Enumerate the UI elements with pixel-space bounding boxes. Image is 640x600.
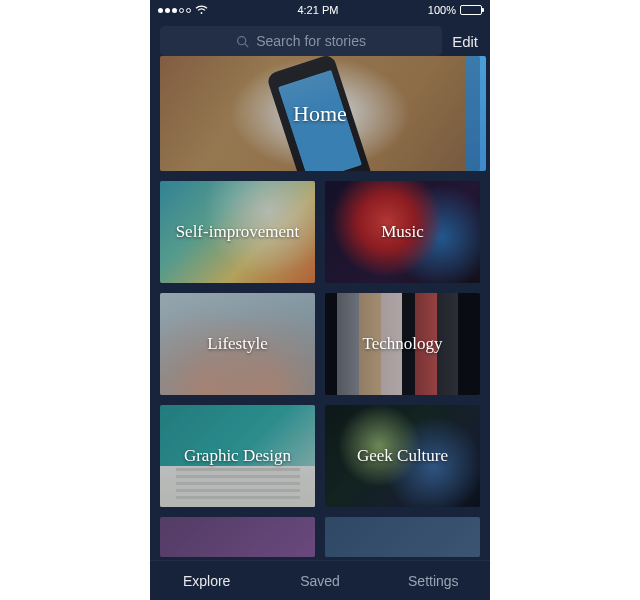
category-tile-partial[interactable] bbox=[325, 517, 480, 557]
tab-settings[interactable]: Settings bbox=[377, 561, 490, 600]
signal-icon bbox=[158, 8, 191, 13]
search-input[interactable]: Search for stories bbox=[160, 26, 442, 56]
svg-point-0 bbox=[238, 36, 246, 44]
battery-percent: 100% bbox=[428, 4, 456, 16]
category-tile-home[interactable]: Home bbox=[160, 56, 480, 171]
tile-label: Lifestyle bbox=[207, 334, 267, 354]
tab-saved[interactable]: Saved bbox=[263, 561, 376, 600]
category-tile-geek-culture[interactable]: Geek Culture bbox=[325, 405, 480, 507]
wifi-icon bbox=[195, 5, 208, 15]
edit-button[interactable]: Edit bbox=[452, 33, 480, 50]
category-tile-self-improvement[interactable]: Self-improvement bbox=[160, 181, 315, 283]
status-bar: 4:21 PM 100% bbox=[150, 0, 490, 20]
status-left bbox=[158, 5, 208, 15]
tile-label: Music bbox=[381, 222, 424, 242]
category-tile-lifestyle[interactable]: Lifestyle bbox=[160, 293, 315, 395]
category-tile-graphic-design[interactable]: Graphic Design bbox=[160, 405, 315, 507]
svg-line-1 bbox=[245, 43, 248, 46]
status-time: 4:21 PM bbox=[297, 4, 338, 16]
search-placeholder: Search for stories bbox=[256, 33, 366, 49]
category-grid[interactable]: Home Self-improvement Music Lifestyle bbox=[150, 56, 490, 560]
tile-label: Home bbox=[293, 101, 347, 127]
tile-label: Graphic Design bbox=[184, 446, 291, 466]
search-icon bbox=[236, 35, 249, 48]
tab-bar: Explore Saved Settings bbox=[150, 560, 490, 600]
tile-label: Geek Culture bbox=[357, 446, 448, 466]
tile-label: Self-improvement bbox=[176, 222, 300, 242]
status-right: 100% bbox=[428, 4, 482, 16]
category-tile-music[interactable]: Music bbox=[325, 181, 480, 283]
app-screen: 4:21 PM 100% Search for stories Edit Hom… bbox=[150, 0, 490, 600]
battery-icon bbox=[460, 5, 482, 15]
category-tile-partial[interactable] bbox=[160, 517, 315, 557]
category-tile-technology[interactable]: Technology bbox=[325, 293, 480, 395]
tab-explore[interactable]: Explore bbox=[150, 561, 263, 600]
tile-label: Technology bbox=[362, 334, 442, 354]
